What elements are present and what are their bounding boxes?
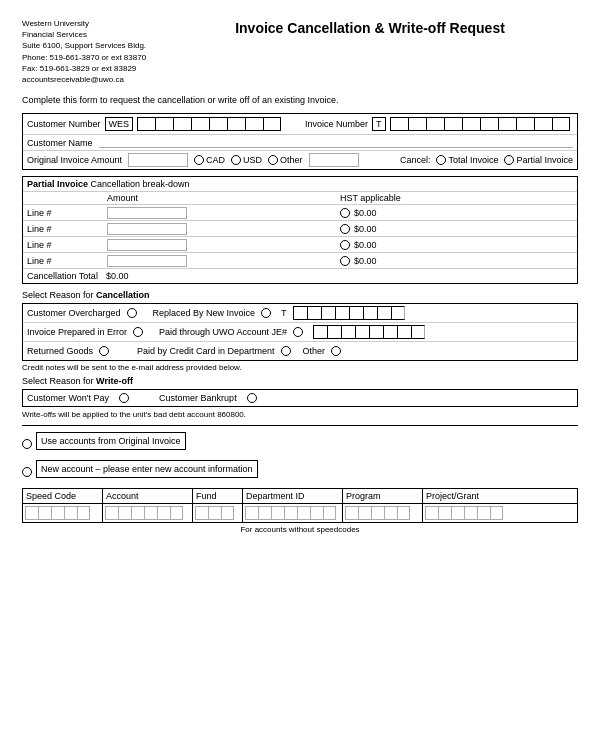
cancellation-row-3: Returned Goods Paid by Credit Card in De… — [23, 342, 577, 360]
cancellation-reason-title: Select Reason for Cancellation — [22, 290, 578, 300]
col-project-grant: Project/Grant — [423, 489, 577, 503]
cancel-partial-invoice[interactable]: Partial Invoice — [504, 155, 573, 165]
new-account-option: New account – please enter new account i… — [22, 460, 578, 484]
uwo-account-cells[interactable] — [313, 325, 425, 339]
cancellation-reasons-grid: Customer Overcharged Replaced By New Inv… — [22, 303, 578, 361]
currency-other-input[interactable] — [309, 153, 359, 167]
invoice-amount-row: Original Invoice Amount CAD USD Other Ca… — [23, 151, 577, 169]
form-title: Invoice Cancellation & Write-off Request — [162, 18, 578, 36]
cancellation-total-label: Cancellation Total — [27, 271, 98, 281]
program-input[interactable] — [343, 504, 423, 522]
use-original-label: Use accounts from Original Invoice — [36, 432, 186, 450]
writeoff-note: Write-offs will be applied to the unit's… — [22, 410, 578, 419]
customer-name-row: Customer Name — [23, 135, 577, 151]
reason-error-radio[interactable] — [133, 327, 143, 337]
speedcode-input-row — [23, 504, 577, 522]
writeoff-section: Select Reason for Write-off Customer Won… — [22, 376, 578, 419]
form-instructions: Complete this form to request the cancel… — [22, 95, 578, 105]
org-email: accountsreceivable@uwo.ca — [22, 74, 162, 85]
col-amount: Amount — [107, 193, 340, 203]
org-dept: Financial Services — [22, 29, 162, 40]
line1-radio[interactable] — [340, 208, 350, 218]
org-info: Western University Financial Services Su… — [22, 18, 162, 85]
line2-amount[interactable] — [107, 223, 187, 235]
customer-number-label: Customer Number — [27, 119, 101, 129]
account-input[interactable] — [103, 504, 193, 522]
reason-returned-radio[interactable] — [99, 346, 109, 356]
line1-amount[interactable] — [107, 207, 187, 219]
cancellation-note: Credit notes will be sent to the e-mail … — [22, 363, 578, 372]
line3-amount[interactable] — [107, 239, 187, 251]
invoice-number-input[interactable] — [390, 117, 570, 131]
currency-usd[interactable]: USD — [231, 155, 262, 165]
reason-other-radio[interactable] — [331, 346, 341, 356]
for-accounts-note: For accounts without speedcodes — [22, 525, 578, 534]
col-hst: HST applicable — [340, 193, 573, 203]
col-account: Account — [103, 489, 193, 503]
fund-input[interactable] — [193, 504, 243, 522]
reason-creditcard-radio[interactable] — [281, 346, 291, 356]
line4-amount[interactable] — [107, 255, 187, 267]
account-section: Use accounts from Original Invoice New a… — [22, 432, 578, 534]
cancellation-row-1: Customer Overcharged Replaced By New Inv… — [23, 304, 577, 323]
writeoff-options-row: Customer Won't Pay Customer Bankrupt — [22, 389, 578, 407]
col-program: Program — [343, 489, 423, 503]
new-account-radio[interactable] — [22, 467, 32, 477]
use-original-accounts-option: Use accounts from Original Invoice — [22, 432, 578, 456]
partial-invoice-header: Amount HST applicable — [23, 192, 577, 205]
cancel-label: Cancel: — [400, 155, 431, 165]
line3-radio[interactable] — [340, 240, 350, 250]
invoice-number-prefix: T — [372, 117, 386, 131]
customer-name-label: Customer Name — [27, 138, 93, 148]
reason-overcharged-radio[interactable] — [127, 308, 137, 318]
org-phone: Phone: 519-661-3870 or ext 83870 — [22, 52, 162, 63]
invoice-number-label: Invoice Number — [305, 119, 368, 129]
col-dept-id: Department ID — [243, 489, 343, 503]
cancellation-row-2: Invoice Prepared in Error Paid through U… — [23, 323, 577, 342]
speed-code-input[interactable] — [23, 504, 103, 522]
partial-total-row: Cancellation Total $0.00 — [23, 269, 577, 283]
partial-line-4: Line # $0.00 — [23, 253, 577, 269]
org-address: Suite 6100, Support Services Bldg. — [22, 40, 162, 51]
partial-invoice-section: Partial Invoice Cancellation break-down … — [22, 176, 578, 284]
cancellation-section: Select Reason for Cancellation Customer … — [22, 290, 578, 372]
currency-other[interactable]: Other — [268, 155, 303, 165]
line4-radio[interactable] — [340, 256, 350, 266]
project-grant-input[interactable] — [423, 504, 577, 522]
writeoff-bankrupt-radio[interactable] — [247, 393, 257, 403]
writeoff-wontpay-radio[interactable] — [119, 393, 129, 403]
partial-line-2: Line # $0.00 — [23, 221, 577, 237]
replaced-invoice-cells[interactable] — [293, 306, 405, 320]
original-accounts-radio[interactable] — [22, 439, 32, 449]
cancel-total-invoice[interactable]: Total Invoice — [436, 155, 498, 165]
invoice-amount-input[interactable] — [128, 153, 188, 167]
reason-uwo-radio[interactable] — [293, 327, 303, 337]
writeoff-title: Select Reason for Write-off — [22, 376, 578, 386]
invoice-amount-label: Original Invoice Amount — [27, 155, 122, 165]
reason-replaced-radio[interactable] — [261, 308, 271, 318]
col-fund: Fund — [193, 489, 243, 503]
new-account-label: New account – please enter new account i… — [36, 460, 258, 478]
divider — [22, 425, 578, 426]
dept-id-input[interactable] — [243, 504, 343, 522]
customer-name-input[interactable] — [99, 137, 573, 148]
partial-line-3: Line # $0.00 — [23, 237, 577, 253]
speedcode-header-row: Speed Code Account Fund Department ID Pr… — [23, 489, 577, 504]
line2-radio[interactable] — [340, 224, 350, 234]
cancellation-total-value: $0.00 — [106, 271, 129, 281]
col-speed-code: Speed Code — [23, 489, 103, 503]
currency-cad[interactable]: CAD — [194, 155, 225, 165]
partial-invoice-title: Partial Invoice Cancellation break-down — [23, 177, 577, 192]
customer-number-prefix: WES — [105, 117, 134, 131]
org-name: Western University — [22, 18, 162, 29]
customer-number-input[interactable] — [137, 117, 281, 131]
org-fax: Fax: 519-661-3829 or ext 83829 — [22, 63, 162, 74]
speedcode-grid: Speed Code Account Fund Department ID Pr… — [22, 488, 578, 523]
customer-number-row: Customer Number WES Invoice Number T — [23, 114, 577, 135]
partial-line-1: Line # $0.00 — [23, 205, 577, 221]
